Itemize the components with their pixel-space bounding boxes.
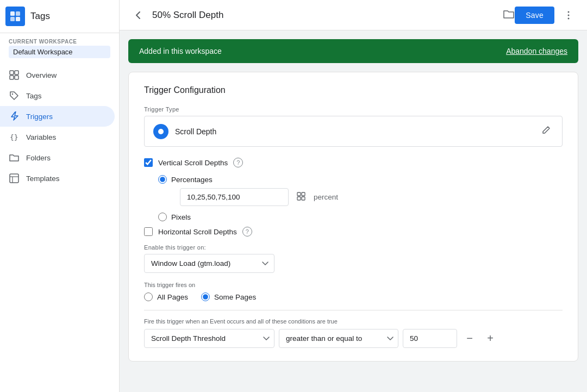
sidebar-item-tags-label: Tags [26,92,42,100]
sidebar-item-folders-label: Folders [26,154,51,162]
percentages-input-row: percent [180,188,563,206]
svg-rect-3 [16,17,20,21]
sidebar-item-triggers-label: Triggers [26,113,53,121]
workspace-section: CURRENT WORKSPACE Default Workspace [0,33,119,60]
add-condition-button[interactable]: + [482,331,498,347]
enable-trigger-label: Enable this trigger on: [144,244,563,251]
condition-field-dropdown[interactable]: Scroll Depth Threshold [144,329,274,348]
trigger-type-icon [153,124,168,139]
percentages-radio-row: Percentages [158,175,563,184]
vertical-scroll-help-icon[interactable]: ? [233,158,243,167]
sidebar-item-triggers[interactable]: Triggers [0,106,115,127]
condition-value-input[interactable] [403,329,457,348]
horizontal-scroll-row: Horizontal Scroll Depths ? [144,227,563,237]
sidebar-item-tags[interactable]: Tags [0,85,115,106]
pixels-radio[interactable] [158,213,167,221]
all-pages-label: All Pages [157,293,188,301]
sidebar-item-overview-label: Overview [26,71,57,79]
condition-label: Fire this trigger when an Event occurs a… [144,318,563,325]
svg-point-13 [568,11,570,13]
svg-rect-16 [297,192,301,196]
folder-icon[interactable] [503,8,515,22]
back-button[interactable] [128,5,148,25]
plus-icon: + [487,332,494,345]
trigger-type-inner: Scroll Depth [153,124,216,139]
workspace-label: CURRENT WORKSPACE [9,39,110,45]
svg-rect-18 [297,197,301,200]
vertical-scroll-label: Vertical Scroll Depths [158,159,228,167]
svg-rect-19 [302,197,305,200]
sidebar-item-folders[interactable]: Folders [0,147,115,168]
trigger-config-card: Trigger Configuration Trigger Type Scrol… [128,72,578,362]
content-area: Added in this workspace Abandon changes … [120,30,587,392]
trigger-type-dot-inner [158,129,164,134]
scroll-type-radio-group: Percentages percent Pixels [158,175,563,221]
page-title: 50% Scroll Depth [152,10,498,21]
app-logo [5,7,25,26]
abandon-changes-button[interactable]: Abandon changes [506,47,567,55]
svg-rect-4 [10,71,14,74]
templates-icon [9,173,20,184]
svg-point-15 [568,17,570,19]
overview-icon [9,70,20,80]
svg-rect-6 [10,76,14,79]
pixels-label: Pixels [171,213,191,221]
banner-text: Added in this workspace [139,47,222,55]
percentages-label: Percentages [171,176,213,184]
workspace-name[interactable]: Default Workspace [9,46,110,58]
edit-trigger-type-button[interactable] [539,123,553,140]
success-banner: Added in this workspace Abandon changes [128,39,578,63]
sidebar-item-overview[interactable]: Overview [0,65,115,85]
tags-icon [9,90,20,101]
horizontal-scroll-label: Horizontal Scroll Depths [158,228,237,236]
sidebar-item-variables-label: Variables [26,133,56,141]
remove-condition-button[interactable]: − [461,331,478,347]
sidebar-item-variables[interactable]: {} Variables [0,127,115,147]
trigger-type-label: Trigger Type [144,106,563,113]
svg-rect-2 [10,17,15,21]
sidebar-nav: Overview Tags Triggers {} Variables Fold… [0,65,119,392]
main-panel: 50% Scroll Depth Save Added in this work… [120,0,587,392]
all-pages-radio-wrapper: All Pages [144,293,188,301]
svg-point-14 [568,14,570,16]
svg-point-8 [12,94,13,95]
some-pages-radio-wrapper: Some Pages [201,293,256,301]
section-divider [144,310,563,310]
enable-trigger-dropdown[interactable]: Window Load (gtm.load) [144,254,274,273]
folders-icon [9,152,20,163]
trigger-type-box: Scroll Depth [144,116,563,147]
condition-operator-dropdown[interactable]: greater than or equal to [279,329,398,348]
horizontal-scroll-help-icon[interactable]: ? [242,227,252,237]
vertical-scroll-checkbox[interactable] [144,158,153,167]
some-pages-radio[interactable] [201,293,210,301]
fires-on-label: This trigger fires on [144,282,563,288]
svg-rect-0 [10,11,15,16]
save-button[interactable]: Save [515,7,554,24]
horizontal-scroll-checkbox[interactable] [144,227,153,236]
topbar: 50% Scroll Depth Save [120,0,587,30]
topbar-actions: Save [515,5,578,25]
app-title: Tags [30,11,50,22]
percentages-radio[interactable] [158,175,167,184]
fires-on-radio-row: All Pages Some Pages [144,293,563,301]
svg-rect-5 [15,71,18,74]
trigger-type-name: Scroll Depth [175,127,216,136]
svg-rect-10 [10,174,18,183]
svg-text:{}: {} [10,133,18,141]
all-pages-radio[interactable] [144,293,153,301]
percentages-picker-button[interactable] [294,189,308,205]
pixels-radio-row: Pixels [158,213,563,221]
sidebar-item-templates-label: Templates [26,175,60,183]
vertical-scroll-row: Vertical Scroll Depths ? [144,158,563,167]
svg-rect-7 [15,76,18,79]
some-pages-label: Some Pages [214,293,256,301]
triggers-icon [9,111,20,122]
condition-row: Scroll Depth Threshold greater than or e… [144,329,563,348]
sidebar-item-templates[interactable]: Templates [0,168,115,189]
svg-rect-17 [302,192,305,196]
more-options-button[interactable] [559,5,578,25]
card-title: Trigger Configuration [144,85,563,95]
percentages-input[interactable] [180,188,289,206]
svg-rect-1 [16,11,20,16]
enable-trigger-select-row: Window Load (gtm.load) [144,254,563,273]
